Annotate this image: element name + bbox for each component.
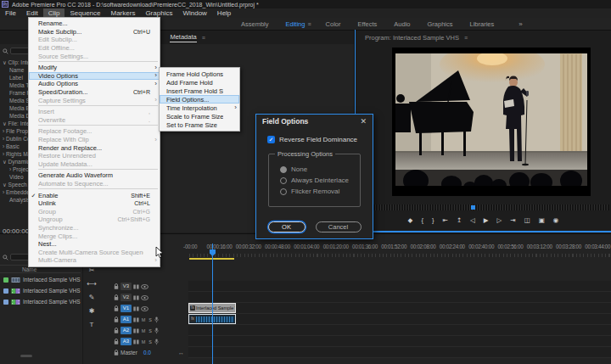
menu-item[interactable]: Generate Audio Waveform [29, 171, 160, 180]
sync-lock-icon[interactable] [133, 306, 139, 311]
track-lane[interactable] [188, 314, 611, 325]
label-color-swatch[interactable] [3, 300, 8, 305]
menu-item[interactable]: Edit Subclip... [29, 36, 160, 44]
menu-item[interactable]: Scale to Frame Size [160, 112, 239, 120]
workspace-tab[interactable]: Audio [394, 20, 412, 28]
menubar-item[interactable]: Help [212, 8, 236, 18]
menu-item[interactable]: ✓ Enable Shift+E [29, 191, 160, 199]
menu-item[interactable]: Restore Unrendered [29, 152, 160, 160]
radio-option[interactable]: Flicker Removal [280, 186, 360, 197]
lock-icon[interactable] [114, 305, 119, 312]
project-scrollbar[interactable] [20, 355, 32, 357]
radio-icon[interactable] [280, 166, 287, 173]
program-scrubber[interactable] [357, 204, 609, 210]
track-lane[interactable] [188, 303, 611, 314]
go-to-in-icon[interactable]: ⇤ [442, 216, 447, 225]
master-level[interactable]: 0.0 [143, 350, 151, 356]
track-target-button[interactable]: A1 [121, 316, 132, 323]
mute-button[interactable]: M [141, 339, 146, 344]
sync-lock-icon[interactable] [133, 284, 139, 289]
program-playhead[interactable] [471, 205, 475, 210]
menu-item[interactable]: Add Frame Hold [160, 78, 239, 87]
menu-item[interactable]: Ungroup Ctrl+Shift+G [29, 216, 160, 224]
solo-button[interactable]: S [148, 339, 153, 344]
sync-lock-icon[interactable] [133, 317, 139, 322]
menu-item[interactable]: Synchronize... [29, 224, 160, 232]
play-icon[interactable]: ▶ [484, 216, 489, 225]
menu-item[interactable]: Modify › [29, 64, 160, 72]
add-marker-icon[interactable]: ◆ [408, 216, 413, 225]
menu-item[interactable]: Overwrite . [29, 116, 160, 125]
menu-item[interactable]: Update Metadata... [29, 160, 160, 169]
lock-icon[interactable] [114, 283, 119, 290]
menu-item[interactable]: Make Subclip... Ctrl+U [29, 28, 160, 36]
sync-lock-icon[interactable] [133, 295, 139, 300]
menu-item[interactable]: Field Options... [160, 95, 239, 104]
menu-item[interactable]: Replace With Clip › [29, 136, 160, 144]
mute-button[interactable]: M [141, 328, 146, 333]
lock-icon[interactable] [114, 328, 119, 334]
export-frame-icon[interactable]: ◉ [553, 216, 559, 225]
menu-item[interactable]: Time Interpolation › [160, 104, 239, 112]
track-select-tool-icon[interactable]: ⟷ [87, 280, 96, 288]
menu-item[interactable]: Insert Frame Hold Segment [160, 87, 239, 95]
reverse-field-dominance-row[interactable]: ✓ Reverse Field Dominance [267, 136, 364, 143]
menu-item[interactable]: Edit Offline... [29, 44, 160, 53]
solo-button[interactable]: S [148, 328, 153, 333]
workspace-tab[interactable]: Libraries [469, 20, 496, 28]
mark-out-icon[interactable]: } [432, 216, 434, 225]
lift-icon[interactable]: ↥ [457, 216, 462, 225]
track-target-button[interactable]: Master [121, 349, 137, 356]
lock-icon[interactable] [114, 350, 119, 356]
eye-icon[interactable] [141, 284, 149, 289]
workspace-tab[interactable]: Editing ≡ [286, 20, 311, 28]
menu-item[interactable]: Unlink Ctrl+L [29, 199, 160, 208]
track-target-button[interactable]: A2 [121, 327, 132, 334]
razor-tool-icon[interactable]: ✂ [89, 266, 95, 274]
project-item[interactable]: Interlaced Sample VHS [0, 296, 82, 307]
workspace-tab[interactable]: Graphics [427, 20, 455, 28]
go-to-out-icon[interactable]: ⇥ [510, 216, 515, 225]
menu-item[interactable]: Automate to Sequence... [29, 180, 160, 188]
workspace-tab[interactable]: Assembly [241, 20, 272, 28]
track-lane[interactable] [188, 336, 611, 347]
panel-menu-icon[interactable]: ≡ [464, 35, 468, 41]
radio-option[interactable]: Always Deinterlace [280, 175, 360, 186]
track-target-button[interactable]: A3 [121, 338, 132, 345]
menu-item[interactable]: Capture Settings › [29, 96, 160, 104]
label-color-swatch[interactable] [3, 288, 8, 294]
menu-item[interactable]: Replace Footage... [29, 127, 160, 136]
mic-icon[interactable] [154, 339, 159, 345]
radio-icon[interactable] [280, 177, 287, 184]
ok-button[interactable]: OK [268, 221, 306, 232]
mic-icon[interactable] [154, 328, 159, 334]
radio-option[interactable]: None [280, 164, 360, 175]
track-target-button[interactable]: V1 [121, 305, 132, 312]
menu-item[interactable]: Rename... [29, 20, 160, 28]
menu-item[interactable]: Audio Options › [29, 80, 160, 88]
track-lane[interactable] [188, 281, 611, 292]
hand-tool-icon[interactable]: ✱ [89, 307, 95, 315]
lock-icon[interactable] [114, 339, 119, 345]
menu-item[interactable]: Speed/Duration... Ctrl+R [29, 88, 160, 97]
label-color-swatch[interactable] [3, 277, 8, 283]
menu-item[interactable]: Insert , [29, 108, 160, 116]
mark-in-icon[interactable]: { [421, 216, 423, 225]
multi-view-icon[interactable]: ▣ [539, 216, 545, 225]
eye-icon[interactable] [141, 306, 149, 311]
eye-icon[interactable] [141, 295, 149, 300]
track-lane[interactable] [188, 292, 611, 303]
tab-metadata[interactable]: Metadata [170, 33, 196, 42]
workspace-tab[interactable]: Effects [357, 20, 379, 28]
radio-icon[interactable] [280, 188, 287, 195]
track-lane[interactable] [188, 325, 611, 336]
sync-lock-icon[interactable] [133, 328, 139, 333]
menu-item[interactable]: Create Multi-Camera Source Sequence... [29, 248, 160, 256]
type-tool-icon[interactable]: T [90, 321, 94, 328]
close-icon[interactable]: ✕ [360, 117, 367, 126]
workspace-tab[interactable]: Color [326, 20, 344, 28]
track-target-button[interactable]: V3 [121, 283, 132, 290]
timeline-playhead[interactable] [212, 244, 213, 364]
menu-item[interactable]: Video Options › [29, 72, 160, 81]
menu-item[interactable]: Merge Clips... [29, 232, 160, 240]
